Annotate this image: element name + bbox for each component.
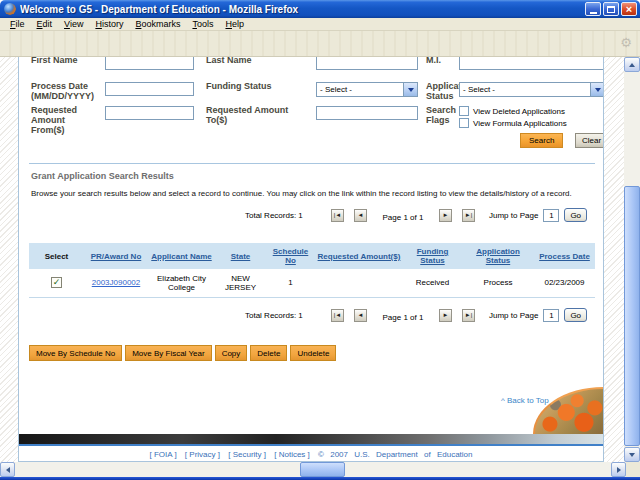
requested-to-input[interactable] [316,106,418,120]
move-by-schedule-button[interactable]: Move By Schedule No [29,345,122,361]
funding-status-select[interactable]: - Select - [316,82,418,97]
col-applicant-name[interactable]: Applicant Name [151,252,211,261]
menu-file[interactable]: File [4,18,31,30]
application-status-select[interactable]: - Select - [459,82,604,97]
col-requested-amount[interactable]: Requested Amount($) [318,252,401,261]
scrollbar-corner [626,462,640,477]
table-row: ✓ 2003J090002 Elizabeth City College NEW… [29,269,595,297]
cell-schedule-no: 1 [266,269,315,297]
notices-link[interactable]: [ Notices ] [274,450,310,459]
window-title: Welcome to G5 - Department of Education … [20,4,585,15]
process-date-label: Process Date (MM/DD/YYYY) [31,81,109,101]
delete-button[interactable]: Delete [250,345,287,361]
col-application-status[interactable]: Application Status [476,247,520,265]
page-footer: [ FOIA ] [ Privacy ] [ Security ] [ Noti… [19,450,603,459]
firefox-icon [4,3,16,15]
check-icon: ✓ [53,278,61,287]
footer-divider-bar [19,434,603,446]
jump-to-page-label: Jump to Page [489,211,538,220]
cell-requested-amount [315,269,403,297]
cell-application-status: Process [462,269,534,297]
close-button[interactable]: × [621,2,637,16]
classroom-chairs-image [533,387,603,434]
scroll-right-button[interactable] [611,462,626,477]
col-process-date[interactable]: Process Date [539,252,590,261]
cell-applicant-name: Elizabeth City College [148,269,215,297]
minimize-button[interactable] [585,2,601,16]
next-page-button[interactable]: ► [439,209,452,222]
search-button[interactable]: Search [520,133,563,148]
view-formula-checkbox[interactable] [459,118,469,128]
last-page-button[interactable]: ►| [462,209,475,222]
go-button[interactable]: Go [564,308,587,322]
next-page-button[interactable]: ► [439,309,452,322]
minimize-icon [590,12,597,14]
first-name-input[interactable] [105,57,194,70]
scroll-up-button[interactable] [624,57,640,72]
row-select-checkbox[interactable]: ✓ [51,277,62,288]
cell-process-date: 02/23/2009 [534,269,595,297]
cell-funding-status: Received [403,269,462,297]
col-funding-status[interactable]: Funding Status [417,247,449,265]
go-button[interactable]: Go [564,208,587,222]
col-state[interactable]: State [231,252,251,261]
copy-button[interactable]: Copy [215,345,248,361]
arrow-left-icon [6,467,10,473]
move-by-fiscal-year-button[interactable]: Move By Fiscal Year [125,345,211,361]
results-heading: Grant Application Search Results [31,171,174,181]
scroll-down-button[interactable] [624,447,640,462]
scroll-left-button[interactable] [0,462,15,477]
chevron-down-icon [590,83,604,96]
horizontal-scrollbar[interactable] [0,462,626,477]
prev-page-button[interactable]: ◄ [354,309,367,322]
requested-to-label: Requested Amount To($) [206,105,301,125]
application-status-value: - Select - [463,85,495,94]
page-content: First Name Last Name M.I. Process Date (… [18,57,604,462]
back-to-top-link[interactable]: ^ Back to Top [501,396,549,405]
page-indicator: Page 1 of 1 [367,310,439,322]
menu-tools[interactable]: Tools [186,18,219,30]
col-pr-award-no[interactable]: PR/Award No [91,252,142,261]
copyright-text: © 2007 U.S. Department of Education [318,450,472,459]
last-name-input[interactable] [316,57,418,70]
privacy-link[interactable]: [ Privacy ] [185,450,220,459]
menu-bookmarks[interactable]: Bookmarks [129,18,186,30]
first-page-button[interactable]: |◄ [331,209,344,222]
menu-view[interactable]: View [58,18,89,30]
browser-window: Welcome to G5 - Department of Education … [0,0,640,480]
undelete-button[interactable]: Undelete [290,345,336,361]
maximize-icon [607,6,615,13]
arrow-up-icon [629,63,635,67]
menu-bar: File Edit View History Bookmarks Tools H… [0,18,640,31]
gear-icon: ⚙ [620,36,632,49]
vertical-scrollbar[interactable] [624,57,640,462]
menu-edit[interactable]: Edit [31,18,59,30]
view-deleted-checkbox[interactable] [459,106,469,116]
menu-help[interactable]: Help [219,18,250,30]
jump-to-page-input[interactable] [543,309,559,322]
jump-to-page-label: Jump to Page [489,311,538,320]
menu-history[interactable]: History [89,18,129,30]
last-page-button[interactable]: ►| [462,309,475,322]
action-buttons: Move By Schedule No Move By Fiscal Year … [29,345,336,361]
prev-page-button[interactable]: ◄ [354,209,367,222]
clear-button[interactable]: Clear [575,133,604,148]
total-records: Total Records: 1 [245,211,303,220]
foia-link[interactable]: [ FOIA ] [150,450,177,459]
jump-to-page-input[interactable] [543,209,559,222]
security-link[interactable]: [ Security ] [228,450,266,459]
vertical-scroll-thumb[interactable] [624,186,640,446]
maximize-button[interactable] [603,2,619,16]
horizontal-scroll-thumb[interactable] [300,462,345,477]
process-date-input[interactable] [105,82,194,96]
mi-input[interactable] [459,57,604,70]
total-records: Total Records: 1 [245,311,303,320]
chevron-down-icon [403,83,417,96]
first-page-button[interactable]: |◄ [331,309,344,322]
results-description: Browse your search results below and sel… [31,189,597,198]
arrow-right-icon [617,467,621,473]
page-viewport: First Name Last Name M.I. Process Date (… [0,57,624,462]
requested-from-input[interactable] [105,106,194,120]
col-schedule-no[interactable]: Schedule No [273,247,309,265]
pr-award-link[interactable]: 2003J090002 [92,278,141,287]
